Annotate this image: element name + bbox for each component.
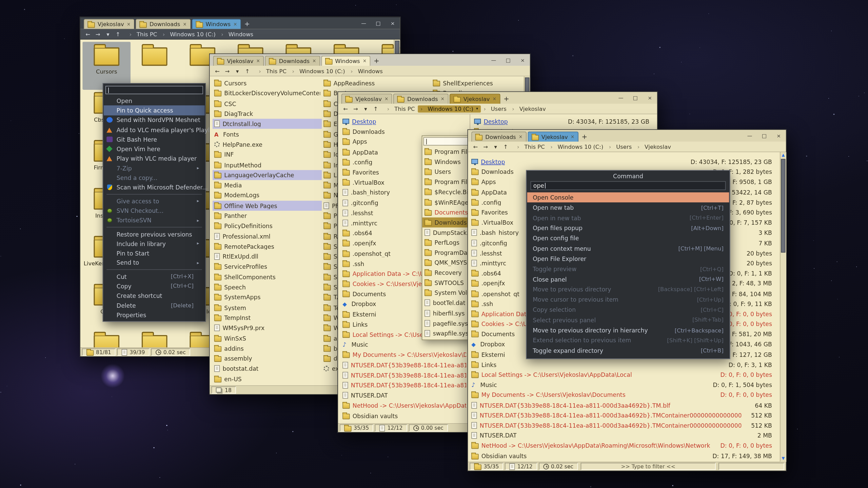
- file-row[interactable]: INF: [213, 149, 322, 160]
- file-row[interactable]: My Documents -> C:\Users\Vjekoslav\Docum…: [339, 350, 469, 360]
- tab[interactable]: Vjekoslav ×: [450, 94, 500, 104]
- tab-close-icon[interactable]: ×: [233, 22, 237, 27]
- file-row[interactable]: WinSxS: [213, 333, 322, 343]
- forward-button[interactable]: →: [481, 144, 490, 150]
- breadcrumb-segment[interactable]: This PC: [126, 30, 160, 38]
- file-row[interactable]: Desktop D: 43034, F: 125185, 23 GB: [468, 157, 780, 167]
- file-row[interactable]: SystemApps: [213, 292, 322, 302]
- file-row[interactable]: Links D: 0, F: 3, 1 KB: [468, 360, 780, 370]
- command-palette-input[interactable]: ope: [531, 181, 726, 190]
- context-menu-item[interactable]: Create shortcut: [104, 291, 205, 300]
- context-menu-item[interactable]: Copy [Ctrl+C]: [104, 281, 205, 291]
- file-row[interactable]: DtcInstall.log: [213, 119, 322, 129]
- context-menu-item[interactable]: Add to VLC media player's Playlist: [104, 125, 205, 134]
- command-palette-item[interactable]: Open config file: [527, 233, 729, 243]
- history-dropdown-button[interactable]: ▾: [103, 31, 113, 37]
- file-row[interactable]: bootstat.dat: [213, 364, 322, 374]
- tab[interactable]: Downloads ×: [393, 94, 448, 104]
- tab-close-icon[interactable]: ×: [312, 59, 316, 64]
- breadcrumb-segment[interactable]: Windows: [218, 30, 256, 38]
- command-palette-item[interactable]: Copy selection [Ctrl+C]: [527, 305, 729, 315]
- new-tab-button[interactable]: +: [579, 131, 590, 142]
- file-row[interactable]: AppReadiness: [322, 78, 431, 88]
- tab-close-icon[interactable]: ×: [256, 59, 260, 64]
- command-palette-item[interactable]: Move to previous directory in hierarchy …: [527, 325, 729, 335]
- new-tab-button[interactable]: +: [242, 19, 252, 29]
- breadcrumb-segment[interactable]: Vjekoslav: [634, 143, 674, 150]
- context-menu-filter-input[interactable]: [105, 86, 203, 94]
- file-row[interactable]: Panther: [213, 211, 322, 221]
- file-row[interactable]: InputMethod: [213, 160, 322, 170]
- context-menu-item[interactable]: Properties: [104, 310, 205, 320]
- file-row[interactable]: Speech: [213, 282, 322, 292]
- file-tile[interactable]: PolicyDefinitions: [82, 329, 130, 347]
- context-menu-item[interactable]: Send a copy...: [104, 173, 205, 183]
- file-row[interactable]: assembly: [213, 353, 322, 364]
- tab-close-icon[interactable]: ×: [519, 134, 522, 139]
- breadcrumb-segment[interactable]: Users: [606, 143, 635, 150]
- context-menu-item[interactable]: Cut [Ctrl+X]: [104, 271, 205, 281]
- breadcrumb-segment[interactable]: Windows 10 (C:): [418, 105, 481, 112]
- minimize-button[interactable]: —: [743, 130, 757, 142]
- breadcrumb-segment[interactable]: Windows 10 (C:): [548, 143, 606, 150]
- close-button[interactable]: ×: [771, 130, 786, 142]
- context-menu-item[interactable]: Send with NordVPN Meshnet: [104, 115, 205, 125]
- context-menu-item[interactable]: Play with VLC media player: [104, 154, 205, 163]
- tab[interactable]: Vjekoslav ×: [341, 94, 392, 104]
- history-dropdown-button[interactable]: ▾: [361, 106, 370, 112]
- file-row[interactable]: NTUSER.DAT{53b39e88-18c4-11ea-a811-000d3…: [339, 380, 469, 390]
- file-row[interactable]: WMSysPr9.prx: [213, 323, 322, 333]
- file-row[interactable]: PolicyDefinitions: [213, 221, 322, 231]
- file-row[interactable]: ServiceProfiles: [213, 262, 322, 272]
- file-row[interactable]: System: [213, 303, 322, 313]
- new-tab-button[interactable]: +: [501, 94, 512, 104]
- minimize-button[interactable]: —: [614, 92, 628, 104]
- tab-close-icon[interactable]: ×: [441, 97, 445, 102]
- forward-button[interactable]: →: [222, 68, 232, 74]
- breadcrumb-segment[interactable]: This PC: [384, 105, 418, 112]
- command-palette-item[interactable]: Open new tab [Ctrl+T]: [527, 203, 729, 213]
- file-row[interactable]: Professional.xml: [213, 231, 322, 241]
- back-button[interactable]: ←: [471, 144, 480, 150]
- file-tile[interactable]: Cursors: [82, 42, 130, 89]
- file-row[interactable]: Obsidian vaults: [339, 411, 469, 421]
- close-button[interactable]: ×: [515, 54, 530, 66]
- close-button[interactable]: ×: [643, 92, 657, 104]
- file-row[interactable]: en-US: [213, 374, 322, 384]
- up-button[interactable]: ↑: [501, 144, 510, 150]
- maximize-button[interactable]: □: [371, 17, 386, 29]
- breadcrumb-segment[interactable]: Windows: [348, 67, 386, 74]
- file-row[interactable]: CSC: [213, 99, 322, 109]
- file-row[interactable]: Desktop: [339, 117, 469, 127]
- close-button[interactable]: ×: [386, 17, 400, 29]
- tab-close-icon[interactable]: ×: [571, 134, 574, 139]
- context-menu-item[interactable]: Scan with Microsoft Defender...: [104, 183, 205, 192]
- scroll-up-icon[interactable]: ▲: [781, 152, 786, 158]
- minimize-button[interactable]: —: [487, 54, 501, 66]
- new-tab-button[interactable]: +: [372, 56, 382, 66]
- scrollbar-thumb[interactable]: [781, 159, 785, 252]
- maximize-button[interactable]: □: [757, 130, 772, 142]
- file-row[interactable]: NTUSER.DAT{53b39e88-18c4-11ea-a811-000d3…: [468, 420, 780, 430]
- command-palette-item[interactable]: Toggle preview [Ctrl+Q]: [527, 264, 729, 274]
- file-row[interactable]: Cursors: [213, 78, 322, 88]
- tab[interactable]: Windows ×: [192, 19, 241, 29]
- minimize-button[interactable]: —: [356, 17, 371, 29]
- tab[interactable]: Vjekoslav ×: [213, 56, 264, 66]
- context-menu-item[interactable]: Pin to Start: [104, 248, 205, 258]
- file-row[interactable]: NTUSER.DAT{53b39e88-18c4-11ea-a811-000d3…: [468, 410, 780, 420]
- file-tile[interactable]: Prefetch: [131, 329, 178, 347]
- command-palette-item[interactable]: Open context menu [Ctrl+M] [Menu]: [527, 243, 729, 253]
- back-button[interactable]: ←: [83, 31, 93, 37]
- breadcrumb-segment[interactable]: This PC: [256, 67, 289, 74]
- file-row[interactable]: Music D: 0, F: 1, 504 bytes: [468, 380, 780, 390]
- vertical-scrollbar[interactable]: ▲ ▼: [780, 152, 786, 462]
- file-row[interactable]: BitLockerDiscoveryVolumeContents: [213, 88, 322, 98]
- command-palette-item[interactable]: Move to previous directory [Backspace] […: [527, 284, 729, 294]
- file-row[interactable]: Fonts: [213, 129, 322, 139]
- tab-close-icon[interactable]: ×: [183, 22, 187, 27]
- file-tile[interactable]: [131, 42, 178, 89]
- forward-button[interactable]: →: [351, 106, 360, 112]
- file-row[interactable]: NetHood -> C:\Users\Vjekoslav\AppData\Ro…: [339, 401, 469, 411]
- type-to-filter-field[interactable]: >> Type to filter <<: [581, 463, 716, 470]
